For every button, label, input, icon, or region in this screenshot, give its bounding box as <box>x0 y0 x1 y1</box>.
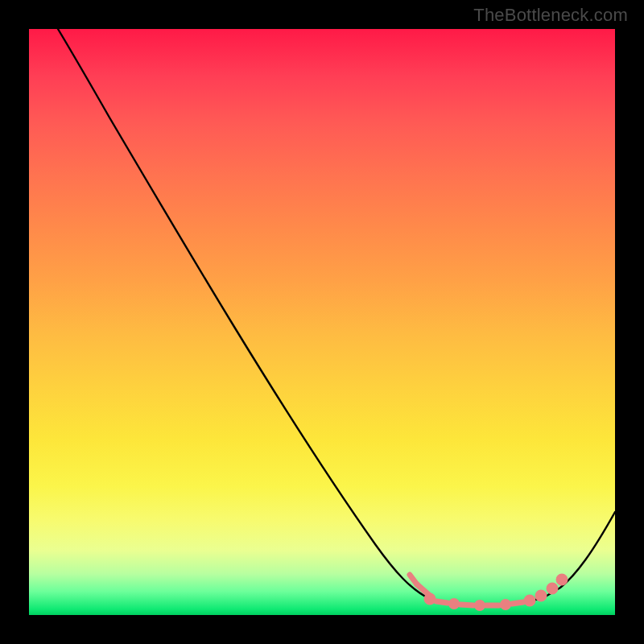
marker-segment <box>512 602 523 604</box>
bottleneck-curve <box>29 29 615 615</box>
marker-segment <box>436 601 448 603</box>
marker-dot <box>477 603 483 609</box>
marker-dot <box>538 592 544 599</box>
marker-dot <box>503 602 509 608</box>
marker-dot <box>452 601 457 607</box>
marker-dot <box>427 596 433 602</box>
marker-dot <box>549 585 555 592</box>
marker-band <box>410 575 565 609</box>
bottleneck-curve-path <box>58 29 615 605</box>
marker-segment <box>460 605 473 605</box>
marker-dot <box>526 597 533 604</box>
marker-dot <box>559 576 565 583</box>
plot-area <box>29 29 615 615</box>
watermark-text: TheBottleneck.com <box>473 5 628 26</box>
chart-frame: TheBottleneck.com <box>0 0 644 644</box>
